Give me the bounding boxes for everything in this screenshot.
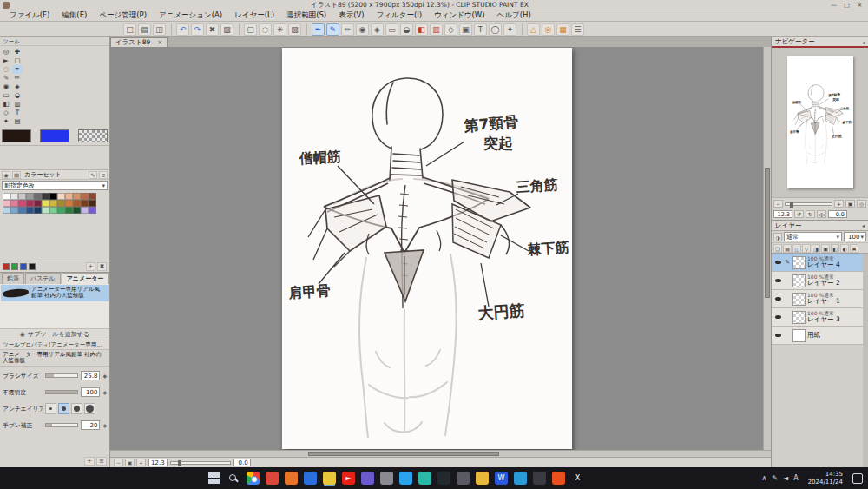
canvas-page[interactable]: 僧帽筋 第7頸骨 突起 三角筋 棘下筋 肩甲骨 大円筋 [282,48,572,449]
subtool-item[interactable]: アニメーター専用リアル風鉛筆 社内の人監修版 [1,285,108,301]
delete-icon[interactable]: ✖ [206,23,219,36]
canvas-zoom-value[interactable]: 12.3 [148,459,168,466]
color-swatch[interactable] [10,193,18,200]
youtube-icon[interactable]: ► [342,472,355,485]
color-swatch[interactable] [57,207,65,214]
panel-menu-icon[interactable]: ◂ [862,222,865,228]
visibility-eye-icon[interactable] [773,297,782,301]
property-slider[interactable] [45,390,78,394]
color-swatch[interactable] [42,193,49,200]
tray-expand-icon[interactable]: ∧ [761,474,766,482]
eraser-tool-icon[interactable]: ▭ [385,23,398,36]
menu-item[interactable]: 編集(E) [56,10,93,21]
x-app-icon[interactable]: X [571,472,584,485]
mail-app-icon[interactable] [266,472,279,485]
layer-thumbnail[interactable] [792,293,806,306]
layer-row[interactable]: 100 %通常レイヤー 2 [772,272,868,290]
color-wheel-tab-icon[interactable]: ◉ [2,171,10,179]
antialias-option[interactable] [84,403,95,414]
save-icon[interactable]: ◫ [153,23,166,36]
fill-tool[interactable]: ◧ [1,100,11,109]
slider-handle[interactable] [178,460,181,466]
zoom-100-icon[interactable]: ◎ [857,200,866,208]
subtool-tab[interactable]: 鉛筆 [2,273,24,284]
contacts-icon[interactable] [457,472,470,485]
layer-row[interactable]: 100 %通常レイヤー 1 [772,290,868,308]
word-icon[interactable]: W [495,472,508,485]
lock-layer-icon[interactable]: ▣ [821,244,830,253]
color-swatch[interactable] [57,200,65,207]
stepper-icon[interactable]: ◆ [102,373,107,379]
visibility-eye-icon[interactable] [773,279,782,283]
layer-tab[interactable]: レイヤー [775,221,802,230]
color-swatch[interactable] [73,193,81,200]
merge-down-icon[interactable]: ▽ [802,244,811,253]
open-file-icon[interactable]: ▤ [138,23,151,36]
color-swatch[interactable] [42,207,49,214]
taskbar-clock[interactable]: 14:35 2024/11/24 [805,471,846,486]
visibility-eye-icon[interactable] [773,334,782,338]
zoom-tool[interactable]: ◎ [1,48,11,56]
stepper-icon[interactable]: ◆ [102,389,107,395]
document-tab[interactable]: イラスト89 × [110,37,168,47]
explorer-icon[interactable] [476,472,489,485]
snap-ruler-icon[interactable]: △ [527,23,540,36]
navigator-rotate-value[interactable]: 0.0 [828,210,847,218]
lock-transparent-icon[interactable]: ◧ [831,244,839,253]
github-icon[interactable] [437,472,450,485]
fit-to-window-icon[interactable]: ▣ [845,200,855,208]
layer-thumbnail[interactable] [792,274,806,287]
pen-tool-icon[interactable]: ✒ [312,23,325,36]
color-swatch[interactable] [26,207,34,214]
visibility-eye-icon[interactable] [773,261,782,265]
zoom-in-button[interactable]: + [136,459,146,466]
airbrush-tool[interactable]: ◉ [1,83,11,91]
grid-icon[interactable]: ▦ [556,23,569,36]
color-swatch[interactable] [18,193,26,200]
visibility-eye-icon[interactable] [773,315,782,320]
color-swatch[interactable] [89,200,96,207]
pencil-tool-icon[interactable]: ✎ [326,23,339,36]
add-color-icon[interactable]: + [86,262,95,271]
color-swatch[interactable] [49,207,57,214]
property-value[interactable]: 100 [81,387,100,397]
clipping-mask-icon[interactable]: ◨ [812,244,820,253]
action-center-icon[interactable] [852,473,863,484]
layer-thumbnail[interactable] [792,256,806,269]
color-swatch[interactable] [34,193,42,200]
duplicate-layer-icon[interactable]: ◫ [792,244,801,253]
eyedropper-tool-icon[interactable]: ✦ [503,23,516,36]
obs-studio-icon[interactable] [533,472,546,485]
color-swatch[interactable] [18,207,26,214]
color-swatch[interactable] [81,193,89,200]
color-set-tab[interactable]: カラーセット [23,170,87,179]
menu-item[interactable]: 選択範囲(S) [280,10,332,21]
twitter-icon[interactable] [399,472,412,485]
fill-selection-icon[interactable]: ▨ [220,23,233,36]
color-slider-tab-icon[interactable]: ▤ [12,171,21,179]
menu-item[interactable]: 表示(V) [332,10,370,21]
eyedropper-tool[interactable]: ✦ [1,117,11,126]
chrome-icon[interactable] [247,472,260,485]
registered-color-swatch[interactable] [3,263,10,270]
stepper-icon[interactable]: ◆ [102,422,107,428]
color-swatch[interactable] [57,193,65,200]
navigator-preview-area[interactable] [772,48,868,197]
new-layer-icon[interactable]: ❏ [773,244,782,253]
layer-thumbnail[interactable] [792,311,806,324]
color-swatch[interactable] [34,200,42,207]
vertical-scrollbar[interactable] [763,47,771,450]
delete-layer-icon[interactable]: ✖ [850,244,858,253]
registered-color-swatch[interactable] [29,263,36,270]
color-swatch[interactable] [81,200,89,207]
color-swatch[interactable] [26,200,34,207]
sub-color-swatch[interactable] [40,129,69,142]
maximize-button[interactable]: □ [840,1,853,10]
subtool-tab[interactable]: アニメーター [62,273,109,284]
select-rectangle-icon[interactable]: ▢ [244,23,257,36]
menu-item[interactable]: アニメーション(A) [153,10,228,21]
property-settings-icon[interactable]: ≡ [96,457,107,466]
color-swatch[interactable] [89,193,96,200]
registered-color-swatch[interactable] [11,263,18,270]
vertical-scrollbar-thumb[interactable] [765,168,770,298]
